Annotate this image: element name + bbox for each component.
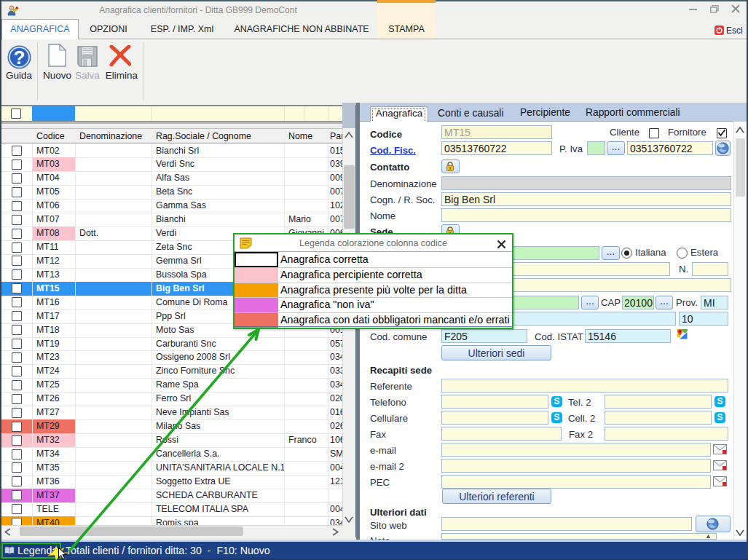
- svg-text:?: ?: [14, 47, 25, 68]
